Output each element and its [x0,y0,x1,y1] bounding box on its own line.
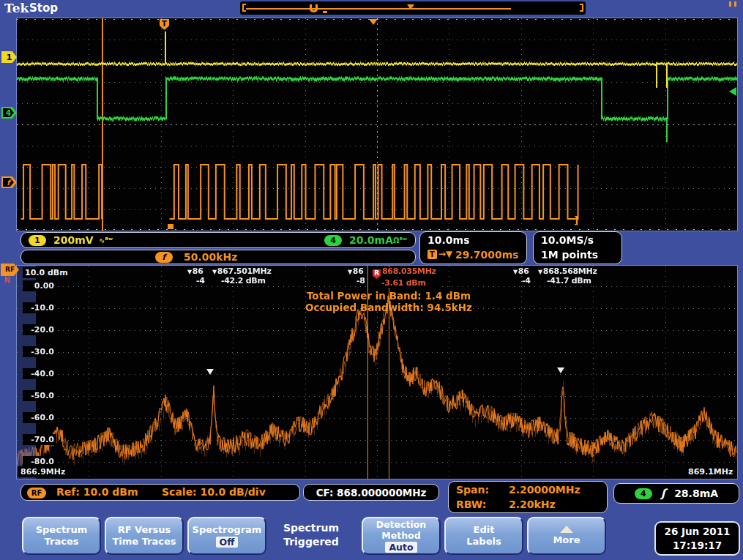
more-up-icon [560,526,573,533]
y-tick-7: -70.0 [23,434,56,445]
marker-readout-occluded: ▼86 -8 [348,267,365,285]
y-tick-6: -60.0 [23,412,56,423]
marker-triangle-icon: ▼ [538,269,542,275]
record-view-line [246,8,511,10]
trigger-position-triangle-icon [369,19,378,25]
rf-f-readout-box: f 50.00kHz [20,250,416,264]
span-label: Span: [456,484,489,496]
ref-level-label: 10.0 dBm [23,267,70,278]
span-value: 2.20000MHz [509,484,580,496]
y-tick-8: -80.0 [23,456,56,467]
date-label: 26 Jun 2011 [664,525,730,538]
rf-normal-trace-indicator: N [4,276,10,284]
acquisition-status: Stop [29,1,58,15]
trigger-t-icon: T [427,250,437,259]
marker-frequency: 868.035MHz [382,266,436,276]
spectrogram-button[interactable]: SpectrogramOff [187,517,266,555]
marker-readout-occluded: ▼86 -4 [513,267,531,285]
sample-rate: 10.0MS/s [541,234,594,246]
record-left-bracket-icon [242,4,246,12]
stop-frequency-label: 869.1MHz [686,466,735,477]
start-frequency-label: 866.9MHz [18,466,67,477]
trigger-position-time: 29.7000ms [455,249,519,261]
marker-level: -42.2 dBm [212,277,272,285]
acquisition-readout-box: 10.0MS/s 1M points [533,231,622,264]
detection-method-value: Auto [385,542,417,553]
trigger-level: 28.8mA [674,488,718,499]
more-button[interactable]: More [527,517,606,555]
ch1-coupling-icons: ∿ᴮʷ [99,236,113,244]
f-oval-badge: f [155,252,173,263]
edit-labels-button[interactable]: EditLabels [444,517,523,555]
record-length: 1M points [541,249,598,261]
rf-f-trace-badge[interactable]: f [1,176,17,188]
timebase-readout-box: 10.0ms T →▼ 29.7000ms [419,231,527,264]
time-domain-graticule: T ] [16,18,738,231]
header-tick-icon [734,1,736,7]
center-frequency-readout-box: CF: 868.000000MHz [303,484,439,501]
reference-marker-readout: R868.035MHz -3.61 dBm [370,267,438,288]
oscilloscope-screen: Tek Stop T ] 1 4 f 1 200mV ∿ᴮʷ 4 20.0mA … [0,0,743,560]
spectrum-traces-button[interactable]: SpectrumTraces [22,517,101,555]
peak-marker-triangle-icon [557,367,564,373]
channel4-badge[interactable]: 4 [1,107,17,119]
trigger-arrow-icon: →▼ [438,249,452,259]
center-frequency: CF: 868.000000MHz [316,487,427,499]
rf-f-scale: 50.00kHz [184,251,237,263]
expansion-tick-icon [323,11,327,13]
occupied-bandwidth-annotation: Occupied Bandwidth: 94.5kHz [39,302,739,313]
spectrogram-value: Off [216,537,239,548]
time-domain-traces [17,18,737,231]
ch4-coupling-icons: Ωᴮʷ [393,236,407,244]
rf-oval-badge: RF [27,488,46,499]
span-rbw-readout-box: Span: 2.20000MHz RBW: 2.20kHz [448,481,608,513]
record-right-bracket-icon [580,4,583,12]
rf-level-readout-box: RF Ref: 10.0 dBm Scale: 10.0 dB/div [20,484,300,501]
marker-level: -41.7 dBm [538,277,597,285]
total-power-annotation: Total Power in Band: 1.4 dBm [39,290,739,302]
ch4-scale: 20.0mA [349,234,393,246]
channel-readout-box: 1 200mV ∿ᴮʷ 4 20.0mA Ωᴮʷ [20,232,416,248]
y-tick-4: -40.0 [23,368,56,379]
marker-triangle-icon: ▼ [513,269,518,275]
y-tick-3: -30.0 [23,346,56,357]
marker-frequency: 867.501MHz [217,266,272,276]
marker-readout-occluded: ▼86 -4 [187,267,205,285]
marker-readout-b: ▼868.568MHz -41.7 dBm [536,267,600,285]
detection-method-button[interactable]: DetectionMethodAuto [362,517,441,555]
rbw-label: RBW: [456,499,486,510]
timebase-scale: 10.0ms [427,234,469,246]
marker-frequency: 868.568MHz [543,266,597,276]
ch1-oval-badge: 1 [29,235,46,246]
time-label: 17:19:17 [673,539,722,552]
trigger-marker-icon [407,4,414,10]
rf-ref-level: Ref: 10.0 dBm [56,486,138,498]
marker-level: -3.61 dBm [373,279,436,288]
datetime-box: 26 Jun 2011 17:19:17 [654,521,740,556]
tek-logo: Tek [4,1,29,15]
rf-trace-end-bracket-icon: ] [574,214,578,226]
rf-versus-time-traces-button[interactable]: RF VersusTime Traces [105,517,184,555]
trigger-slope-icon: ʃ [661,487,665,500]
y-tick-2: -20.0 [23,324,56,335]
marker-triangle-icon: ▼ [212,269,217,275]
header-tick-icon [729,1,731,7]
trigger-source-readout-box: 4 ʃ 28.8mA [613,483,739,504]
rf-scale: Scale: 10.0 dB/div [162,486,266,498]
expansion-point-icon [168,224,173,229]
menu-title: SpectrumTriggered [264,521,359,549]
ch4-oval-badge: 4 [324,235,342,246]
channel1-badge[interactable]: 1 [1,51,17,63]
spectrum-graticule: 10.0 dBm 0.00 -10.0 -20.0 -30.0 -40.0 -5… [16,265,738,479]
peak-marker-triangle-icon [206,369,214,375]
marker-triangle-icon: ▼ [187,269,192,275]
trigger-position-icon [310,4,318,12]
marker-readout-a: ▼867.501MHz -42.2 dBm [210,267,274,285]
y-tick-5: -50.0 [23,390,56,401]
ch1-scale: 200mV [53,234,94,246]
trigger-source-badge: 4 [635,488,652,499]
rbw-value: 2.20kHz [509,499,556,510]
reference-marker-icon: R [373,269,381,279]
acquisition-overview-bar [240,1,586,15]
trigger-level-arrow-icon [729,87,736,96]
